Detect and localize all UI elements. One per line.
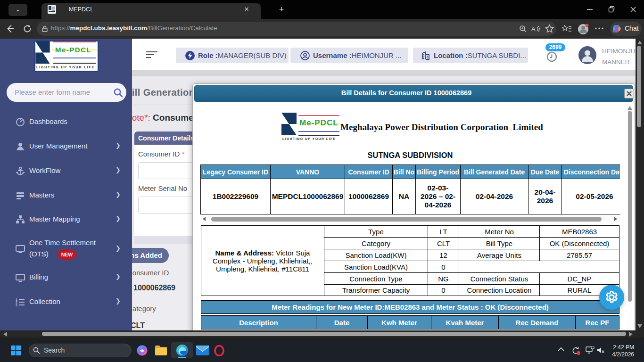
svg-text:A: A — [531, 25, 536, 33]
svg-text:NEW: NEW — [61, 252, 73, 257]
svg-text:3: 3 — [16, 304, 17, 307]
